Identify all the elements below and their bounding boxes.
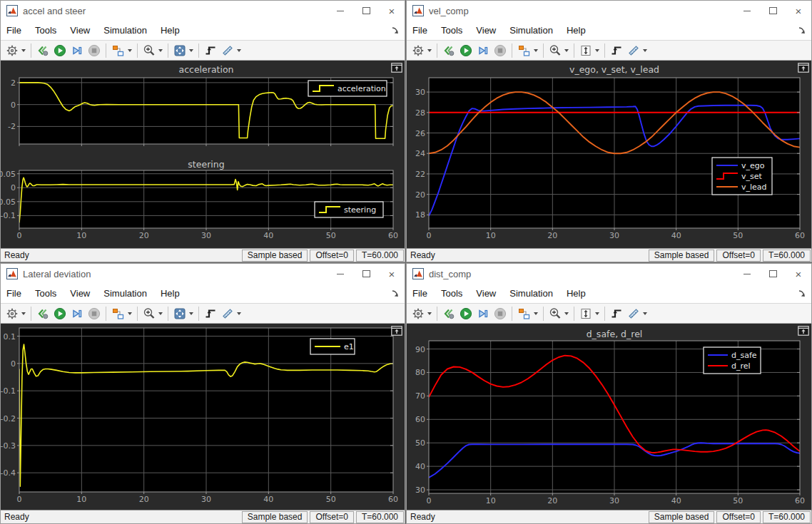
scope-canvas[interactable]: 0.10-0.1-0.2-0.3-0.40102030405060e1 <box>1 324 405 510</box>
scope-plot[interactable]: 908070605040300102030405060d_safe, d_rel… <box>407 324 811 510</box>
simulink-blocks-icon[interactable] <box>515 306 540 322</box>
settings-gear-icon[interactable] <box>410 43 434 58</box>
highlight-simulink-block-icon[interactable] <box>391 326 402 336</box>
measurements-icon[interactable] <box>219 306 243 322</box>
run-icon[interactable] <box>457 43 474 58</box>
menu-help[interactable]: Help <box>567 288 586 299</box>
simulink-blocks-icon[interactable] <box>515 43 540 58</box>
stop-icon[interactable] <box>86 306 103 322</box>
menu-tools[interactable]: Tools <box>35 25 56 36</box>
close-button[interactable]: × <box>379 264 405 284</box>
scope-plot[interactable]: 0.10-0.1-0.2-0.3-0.40102030405060e1 <box>1 324 405 510</box>
menu-simulation[interactable]: Simulation <box>103 288 147 299</box>
menu-help[interactable]: Help <box>567 25 586 36</box>
legend[interactable]: steering <box>315 202 383 217</box>
step-back-icon[interactable] <box>440 43 457 58</box>
dock-arrow-icon[interactable] <box>391 289 399 297</box>
menu-file[interactable]: File <box>412 288 427 299</box>
menu-file[interactable]: File <box>6 288 21 299</box>
toolbar-separator <box>137 307 138 321</box>
stop-icon[interactable] <box>492 43 509 58</box>
run-icon[interactable] <box>51 43 68 58</box>
stop-icon[interactable] <box>86 43 103 58</box>
simulink-blocks-icon[interactable] <box>109 43 134 58</box>
minimize-button[interactable] <box>734 1 760 21</box>
status-cell: T=60.000 <box>356 511 404 523</box>
trigger-icon[interactable] <box>608 306 625 322</box>
step-back-icon[interactable] <box>440 306 457 322</box>
stop-icon[interactable] <box>492 306 509 322</box>
measurements-icon[interactable] <box>625 306 649 322</box>
maximize-button[interactable] <box>760 1 786 21</box>
legend[interactable]: e1 <box>310 339 355 354</box>
menu-tools[interactable]: Tools <box>441 25 462 36</box>
menu-view[interactable]: View <box>70 288 90 299</box>
maximize-button[interactable] <box>760 264 786 284</box>
settings-gear-icon[interactable] <box>4 306 28 322</box>
close-button[interactable]: × <box>786 1 811 21</box>
zoom-in-icon[interactable] <box>547 306 571 322</box>
maximize-button[interactable] <box>353 1 379 21</box>
step-forward-icon[interactable] <box>474 43 492 58</box>
step-forward-icon[interactable] <box>68 43 86 58</box>
trigger-icon[interactable] <box>202 43 219 58</box>
toolbar-separator <box>198 307 199 321</box>
step-back-icon[interactable] <box>34 43 51 58</box>
zoom-in-icon[interactable] <box>141 306 165 322</box>
maximize-button[interactable] <box>353 264 379 284</box>
legend[interactable]: v_egov_setv_lead <box>712 158 772 195</box>
menu-view[interactable]: View <box>476 25 496 36</box>
minimize-button[interactable] <box>328 1 353 21</box>
scope-canvas[interactable]: 302826242220180102030405060v_ego, v_set,… <box>407 61 811 248</box>
run-icon[interactable] <box>457 306 474 322</box>
scope-plot[interactable]: 302826242220180102030405060v_ego, v_set,… <box>407 61 811 248</box>
fit-vertical-icon[interactable] <box>577 306 602 322</box>
settings-gear-icon[interactable] <box>4 43 28 58</box>
minimize-button[interactable] <box>328 264 353 284</box>
menu-simulation[interactable]: Simulation <box>509 288 553 299</box>
close-button[interactable]: × <box>786 264 811 284</box>
menu-simulation[interactable]: Simulation <box>509 25 553 36</box>
minimize-button[interactable] <box>734 264 760 284</box>
step-forward-icon[interactable] <box>68 306 86 322</box>
settings-gear-icon[interactable] <box>410 306 434 322</box>
menu-file[interactable]: File <box>412 25 427 36</box>
dock-arrow-icon[interactable] <box>798 26 806 34</box>
menu-help[interactable]: Help <box>161 25 180 36</box>
scope-canvas[interactable]: 908070605040300102030405060d_safe, d_rel… <box>407 324 811 510</box>
highlight-simulink-block-icon[interactable] <box>391 63 402 73</box>
x-tick-label: 60 <box>795 231 805 240</box>
menu-help[interactable]: Help <box>161 288 180 299</box>
menu-view[interactable]: View <box>70 25 90 36</box>
fit-4way-icon[interactable] <box>171 43 196 58</box>
measurements-icon[interactable] <box>625 43 649 58</box>
menu-file[interactable]: File <box>6 25 21 36</box>
zoom-in-icon[interactable] <box>547 43 571 58</box>
close-button[interactable]: × <box>379 1 405 21</box>
measurements-icon[interactable] <box>219 43 243 58</box>
menu-simulation[interactable]: Simulation <box>103 25 147 36</box>
dock-arrow-icon[interactable] <box>391 26 399 34</box>
x-tick-label: 60 <box>388 231 398 240</box>
fit-vertical-icon[interactable] <box>577 43 602 58</box>
trigger-icon[interactable] <box>202 306 219 322</box>
menu-bar: FileToolsViewSimulationHelp <box>407 284 811 304</box>
trigger-icon[interactable] <box>608 43 625 58</box>
menu-tools[interactable]: Tools <box>441 288 462 299</box>
step-back-icon[interactable] <box>34 306 51 322</box>
scope-canvas[interactable]: 20-2accelerationacceleration0.050-0.05-0… <box>1 61 405 248</box>
scope-plot[interactable]: 20-2accelerationacceleration0.050-0.05-0… <box>1 61 405 248</box>
legend[interactable]: d_safed_rel <box>704 347 761 374</box>
menu-view[interactable]: View <box>476 288 496 299</box>
simulink-blocks-icon[interactable] <box>109 306 134 322</box>
step-forward-icon[interactable] <box>474 306 492 322</box>
dropdown-arrow-icon <box>237 312 241 315</box>
highlight-simulink-block-icon[interactable] <box>798 63 809 73</box>
zoom-in-icon[interactable] <box>141 43 165 58</box>
menu-tools[interactable]: Tools <box>35 288 56 299</box>
highlight-simulink-block-icon[interactable] <box>798 326 809 336</box>
run-icon[interactable] <box>51 306 68 322</box>
dock-arrow-icon[interactable] <box>798 289 806 297</box>
fit-4way-icon[interactable] <box>171 306 196 322</box>
legend[interactable]: acceleration <box>308 81 387 96</box>
